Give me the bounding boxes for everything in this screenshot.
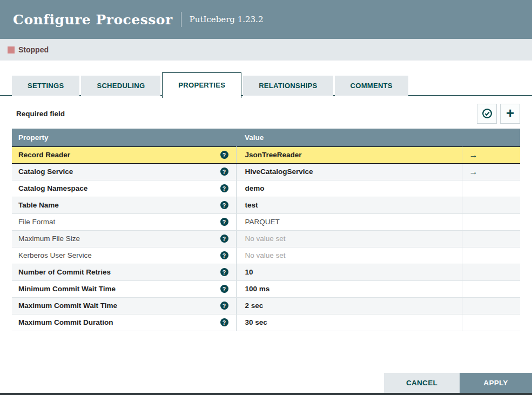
stopped-square-icon (8, 46, 15, 53)
dialog-title: Configure Processor (13, 12, 173, 28)
property-cell-inner: Kerberos User Service? (18, 251, 236, 259)
property-value-cell[interactable]: test (236, 197, 462, 213)
property-value-cell[interactable]: 2 sec (236, 297, 462, 314)
tab-relationships[interactable]: RELATIONSHIPS (243, 76, 333, 96)
tab-bar: SETTINGSSCHEDULINGPROPERTIESRELATIONSHIP… (0, 61, 532, 98)
help-icon[interactable]: ? (220, 201, 228, 209)
property-cell-inner: Maximum Commit Wait Time? (18, 302, 236, 310)
table-header-row: Property Value (12, 129, 520, 146)
properties-toolbar: Required field + (12, 103, 520, 124)
title-separator (181, 12, 181, 27)
property-name-label: Table Name (18, 201, 59, 209)
column-header-value: Value (236, 129, 462, 146)
help-icon[interactable]: ? (220, 302, 228, 310)
property-value-cell[interactable]: demo (236, 180, 462, 197)
property-name-label: Catalog Service (18, 168, 73, 176)
tabs-container: SETTINGSSCHEDULINGPROPERTIESRELATIONSHIP… (12, 72, 410, 96)
table-row[interactable]: Kerberos User Service?No value set (12, 247, 520, 264)
actions-cell (462, 280, 520, 297)
actions-cell (462, 213, 520, 230)
help-icon[interactable]: ? (220, 184, 228, 192)
property-name-cell[interactable]: Record Reader? (12, 146, 236, 163)
property-name-cell[interactable]: Maximum File Size? (12, 230, 236, 247)
property-name-cell[interactable]: Number of Commit Retries? (12, 264, 236, 280)
table-row[interactable]: Catalog Service?HiveCatalogService→ (12, 163, 520, 180)
tab-settings[interactable]: SETTINGS (12, 76, 79, 96)
cancel-button[interactable]: CANCEL (384, 373, 460, 393)
help-icon[interactable]: ? (220, 168, 228, 176)
help-icon[interactable]: ? (220, 151, 228, 159)
apply-button[interactable]: APPLY (460, 373, 532, 393)
help-icon[interactable]: ? (220, 251, 228, 259)
table-row[interactable]: Number of Commit Retries?10 (12, 264, 520, 280)
help-icon[interactable]: ? (220, 218, 228, 226)
property-name-cell[interactable]: Catalog Service? (12, 163, 236, 180)
go-to-service-icon[interactable]: → (469, 167, 478, 176)
verify-check-circle-icon (482, 108, 493, 119)
actions-cell: → (462, 146, 520, 163)
property-cell-inner: Table Name? (18, 201, 236, 209)
required-field-note: Required field (12, 110, 65, 118)
property-value-cell[interactable]: JsonTreeReader (236, 146, 462, 163)
help-icon[interactable]: ? (220, 318, 228, 326)
table-row[interactable]: Catalog Namespace?demo (12, 180, 520, 197)
property-cell-inner: Catalog Service? (18, 168, 236, 176)
actions-cell (462, 264, 520, 280)
property-value-cell[interactable]: 100 ms (236, 280, 462, 297)
property-value-cell[interactable]: No value set (236, 230, 462, 247)
toolbar-buttons: + (474, 104, 520, 124)
tab-scheduling[interactable]: SCHEDULING (81, 76, 160, 96)
property-name-cell[interactable]: Table Name? (12, 197, 236, 213)
window-bottom-edge (0, 393, 532, 395)
property-name-cell[interactable]: Minimum Commit Wait Time? (12, 280, 236, 297)
table-row[interactable]: Maximum Commit Wait Time?2 sec (12, 297, 520, 314)
property-name-cell[interactable]: File Format? (12, 213, 236, 230)
tab-properties[interactable]: PROPERTIES (162, 72, 241, 98)
verify-properties-button[interactable] (477, 104, 497, 124)
table-row[interactable]: File Format?PARQUET (12, 213, 520, 230)
properties-table-container: Property Value Record Reader?JsonTreeRea… (12, 129, 520, 331)
property-name-cell[interactable]: Kerberos User Service? (12, 247, 236, 264)
property-cell-inner: Minimum Commit Wait Time? (18, 285, 236, 293)
actions-cell (462, 197, 520, 213)
table-row[interactable]: Record Reader?JsonTreeReader→ (12, 146, 520, 163)
tab-comments[interactable]: COMMENTS (335, 76, 408, 96)
properties-table-body: Record Reader?JsonTreeReader→Catalog Ser… (12, 146, 520, 331)
property-name-label: Record Reader (18, 151, 70, 159)
property-value-cell[interactable]: 10 (236, 264, 462, 280)
property-name-label: Minimum Commit Wait Time (18, 285, 116, 293)
table-row[interactable]: Maximum File Size?No value set (12, 230, 520, 247)
table-row[interactable]: Table Name?test (12, 197, 520, 213)
table-row[interactable]: Minimum Commit Wait Time?100 ms (12, 280, 520, 297)
property-cell-inner: Catalog Namespace? (18, 184, 236, 192)
property-name-label: Maximum Commit Wait Time (18, 302, 117, 310)
help-icon[interactable]: ? (220, 285, 228, 293)
help-icon[interactable]: ? (220, 235, 228, 243)
property-name-cell[interactable]: Maximum Commit Wait Time? (12, 297, 236, 314)
property-name-cell[interactable]: Catalog Namespace? (12, 180, 236, 197)
property-name-label: File Format (18, 218, 55, 226)
column-header-actions (462, 129, 520, 146)
property-name-label: Kerberos User Service (18, 251, 92, 259)
property-value-cell[interactable]: 30 sec (236, 314, 462, 331)
property-name-label: Maximum Commit Duration (18, 318, 113, 326)
property-name-label: Catalog Namespace (18, 184, 87, 192)
actions-cell (462, 247, 520, 264)
property-cell-inner: Maximum File Size? (18, 235, 236, 243)
help-icon[interactable]: ? (220, 268, 228, 276)
status-label: Stopped (18, 45, 49, 54)
property-cell-inner: Record Reader? (18, 151, 236, 159)
add-property-button[interactable]: + (500, 104, 520, 124)
property-value-cell[interactable]: PARQUET (236, 213, 462, 230)
property-name-label: Number of Commit Retries (18, 268, 111, 276)
property-value-cell[interactable]: No value set (236, 247, 462, 264)
table-row[interactable]: Maximum Commit Duration?30 sec (12, 314, 520, 331)
actions-cell (462, 180, 520, 197)
dialog-header: Configure Processor PutIceberg 1.23.2 (0, 0, 532, 39)
property-value-cell[interactable]: HiveCatalogService (236, 163, 462, 180)
status-bar: Stopped (0, 39, 532, 61)
actions-cell (462, 297, 520, 314)
property-name-cell[interactable]: Maximum Commit Duration? (12, 314, 236, 331)
column-header-property: Property (12, 129, 236, 146)
go-to-service-icon[interactable]: → (469, 150, 478, 159)
